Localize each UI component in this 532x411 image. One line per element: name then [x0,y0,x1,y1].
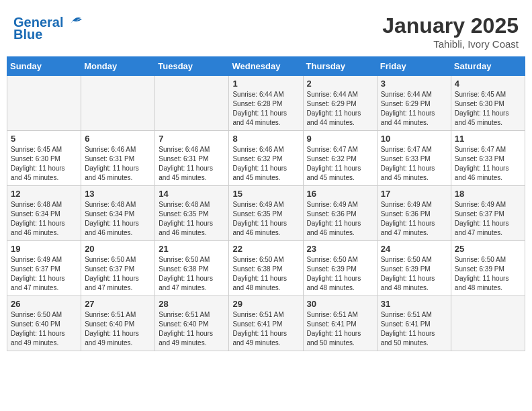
day-info: Sunrise: 6:49 AMSunset: 6:37 PMDaylight:… [11,255,77,293]
title-block: January 2025 Tahibli, Ivory Coast [382,13,519,50]
calendar-day-cell: 7Sunrise: 6:46 AMSunset: 6:31 PMDaylight… [155,131,229,186]
day-info: Sunrise: 6:48 AMSunset: 6:34 PMDaylight:… [11,200,77,238]
calendar-day-cell: 6Sunrise: 6:46 AMSunset: 6:31 PMDaylight… [81,131,155,186]
day-info: Sunrise: 6:48 AMSunset: 6:34 PMDaylight:… [85,200,151,238]
calendar-day-cell: 25Sunrise: 6:50 AMSunset: 6:39 PMDayligh… [451,241,525,296]
calendar-week-row: 26Sunrise: 6:50 AMSunset: 6:40 PMDayligh… [7,296,525,351]
day-info: Sunrise: 6:49 AMSunset: 6:36 PMDaylight:… [307,200,373,238]
day-number: 4 [455,79,521,89]
calendar-day-cell: 3Sunrise: 6:44 AMSunset: 6:29 PMDaylight… [377,76,451,131]
day-number: 15 [232,189,299,199]
day-number: 29 [232,299,299,309]
calendar-day-cell: 10Sunrise: 6:47 AMSunset: 6:33 PMDayligh… [377,131,451,186]
day-number: 12 [11,189,77,199]
calendar-day-cell: 21Sunrise: 6:50 AMSunset: 6:38 PMDayligh… [155,241,229,296]
day-number: 8 [232,134,299,144]
day-number: 30 [307,299,373,309]
day-number: 26 [11,299,77,309]
day-number: 27 [85,299,151,309]
calendar-day-cell: 29Sunrise: 6:51 AMSunset: 6:41 PMDayligh… [229,296,303,351]
calendar-header-row: SundayMondayTuesdayWednesdayThursdayFrid… [7,57,525,76]
day-info: Sunrise: 6:49 AMSunset: 6:36 PMDaylight:… [381,200,447,238]
day-info: Sunrise: 6:50 AMSunset: 6:39 PMDaylight:… [307,255,373,293]
day-number: 13 [85,189,151,199]
day-info: Sunrise: 6:51 AMSunset: 6:41 PMDaylight:… [232,310,299,348]
month-title: January 2025 [382,13,519,38]
weekday-header: Sunday [7,57,81,76]
calendar-day-cell: 27Sunrise: 6:51 AMSunset: 6:40 PMDayligh… [81,296,155,351]
day-number: 14 [159,189,225,199]
day-info: Sunrise: 6:51 AMSunset: 6:40 PMDaylight:… [159,310,225,348]
calendar-day-cell: 14Sunrise: 6:48 AMSunset: 6:35 PMDayligh… [155,186,229,241]
day-info: Sunrise: 6:44 AMSunset: 6:28 PMDaylight:… [232,90,299,128]
day-number: 19 [11,244,77,254]
day-number: 5 [11,134,77,144]
day-info: Sunrise: 6:50 AMSunset: 6:38 PMDaylight:… [232,255,299,293]
weekday-header: Saturday [451,57,525,76]
day-info: Sunrise: 6:44 AMSunset: 6:29 PMDaylight:… [381,90,447,128]
day-number: 9 [307,134,373,144]
day-info: Sunrise: 6:47 AMSunset: 6:33 PMDaylight:… [381,145,447,183]
calendar-day-cell: 23Sunrise: 6:50 AMSunset: 6:39 PMDayligh… [303,241,377,296]
calendar-week-row: 1Sunrise: 6:44 AMSunset: 6:28 PMDaylight… [7,76,525,131]
page-header: General Blue January 2025 Tahibli, Ivory… [7,7,525,53]
weekday-header: Tuesday [155,57,229,76]
weekday-header: Wednesday [229,57,303,76]
calendar-day-cell [7,76,81,131]
day-info: Sunrise: 6:50 AMSunset: 6:40 PMDaylight:… [11,310,77,348]
day-info: Sunrise: 6:51 AMSunset: 6:40 PMDaylight:… [85,310,151,348]
day-number: 3 [381,79,447,89]
day-number: 22 [232,244,299,254]
logo-bird-icon [69,13,82,27]
day-info: Sunrise: 6:51 AMSunset: 6:41 PMDaylight:… [307,310,373,348]
day-info: Sunrise: 6:45 AMSunset: 6:30 PMDaylight:… [455,90,521,128]
day-info: Sunrise: 6:50 AMSunset: 6:37 PMDaylight:… [85,255,151,293]
calendar-day-cell: 31Sunrise: 6:51 AMSunset: 6:41 PMDayligh… [377,296,451,351]
day-info: Sunrise: 6:46 AMSunset: 6:32 PMDaylight:… [232,145,299,183]
day-number: 24 [381,244,447,254]
day-number: 23 [307,244,373,254]
day-info: Sunrise: 6:48 AMSunset: 6:35 PMDaylight:… [159,200,225,238]
location: Tahibli, Ivory Coast [382,38,519,50]
day-number: 17 [381,189,447,199]
calendar-day-cell: 22Sunrise: 6:50 AMSunset: 6:38 PMDayligh… [229,241,303,296]
calendar-day-cell: 24Sunrise: 6:50 AMSunset: 6:39 PMDayligh… [377,241,451,296]
calendar-day-cell: 30Sunrise: 6:51 AMSunset: 6:41 PMDayligh… [303,296,377,351]
weekday-header: Thursday [303,57,377,76]
day-number: 10 [381,134,447,144]
calendar-day-cell: 20Sunrise: 6:50 AMSunset: 6:37 PMDayligh… [81,241,155,296]
calendar-week-row: 19Sunrise: 6:49 AMSunset: 6:37 PMDayligh… [7,241,525,296]
logo: General Blue [13,13,82,42]
calendar-day-cell: 1Sunrise: 6:44 AMSunset: 6:28 PMDaylight… [229,76,303,131]
day-info: Sunrise: 6:47 AMSunset: 6:32 PMDaylight:… [307,145,373,183]
calendar-day-cell: 28Sunrise: 6:51 AMSunset: 6:40 PMDayligh… [155,296,229,351]
calendar-day-cell: 18Sunrise: 6:49 AMSunset: 6:37 PMDayligh… [451,186,525,241]
day-number: 31 [381,299,447,309]
calendar-day-cell: 4Sunrise: 6:45 AMSunset: 6:30 PMDaylight… [451,76,525,131]
day-number: 20 [85,244,151,254]
calendar-table: SundayMondayTuesdayWednesdayThursdayFrid… [7,56,525,351]
day-number: 1 [232,79,299,89]
calendar-day-cell: 11Sunrise: 6:47 AMSunset: 6:33 PMDayligh… [451,131,525,186]
day-number: 25 [455,244,521,254]
day-info: Sunrise: 6:47 AMSunset: 6:33 PMDaylight:… [455,145,521,183]
day-info: Sunrise: 6:50 AMSunset: 6:39 PMDaylight:… [455,255,521,293]
day-info: Sunrise: 6:46 AMSunset: 6:31 PMDaylight:… [85,145,151,183]
day-info: Sunrise: 6:44 AMSunset: 6:29 PMDaylight:… [307,90,373,128]
day-number: 16 [307,189,373,199]
day-number: 18 [455,189,521,199]
day-info: Sunrise: 6:50 AMSunset: 6:39 PMDaylight:… [381,255,447,293]
calendar-day-cell: 15Sunrise: 6:49 AMSunset: 6:35 PMDayligh… [229,186,303,241]
calendar-week-row: 5Sunrise: 6:45 AMSunset: 6:30 PMDaylight… [7,131,525,186]
day-number: 2 [307,79,373,89]
calendar-day-cell: 2Sunrise: 6:44 AMSunset: 6:29 PMDaylight… [303,76,377,131]
calendar-day-cell [81,76,155,131]
calendar-day-cell [451,296,525,351]
calendar-week-row: 12Sunrise: 6:48 AMSunset: 6:34 PMDayligh… [7,186,525,241]
calendar-day-cell: 17Sunrise: 6:49 AMSunset: 6:36 PMDayligh… [377,186,451,241]
calendar-day-cell: 5Sunrise: 6:45 AMSunset: 6:30 PMDaylight… [7,131,81,186]
day-info: Sunrise: 6:49 AMSunset: 6:37 PMDaylight:… [455,200,521,238]
weekday-header: Monday [81,57,155,76]
day-number: 28 [159,299,225,309]
day-number: 11 [455,134,521,144]
